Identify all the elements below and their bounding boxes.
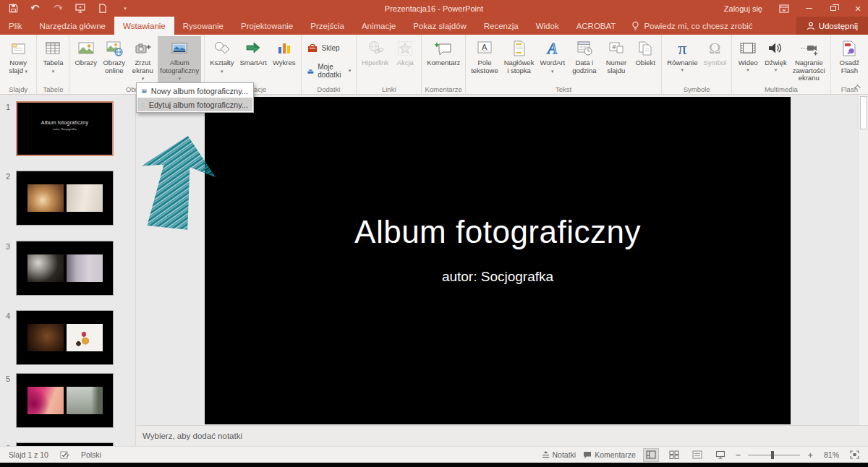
notes-pane[interactable]: Wybierz, aby dodać notatki [137, 425, 868, 446]
action-button[interactable]: Akcja [392, 36, 418, 69]
minimize-button[interactable] [799, 0, 819, 17]
tell-me-box[interactable]: Powiedz mi, co chcesz zrobić [624, 17, 760, 35]
thumbnail-slide-5-box[interactable] [16, 373, 114, 428]
online-pictures-button[interactable]: Obrazy online [101, 36, 127, 76]
comment-button[interactable]: Komentarz [425, 36, 462, 69]
reading-view-button[interactable] [689, 448, 705, 462]
photo-washed [67, 184, 103, 212]
screenshot-button[interactable]: Zrzut ekranu ▾ [129, 36, 156, 85]
zoom-slider-thumb[interactable] [771, 451, 774, 459]
current-slide[interactable]: Album fotograficzny autor: Socjografka [205, 97, 791, 424]
date-time-button[interactable]: Data i godzina [569, 36, 600, 76]
thumbnail-slide-1-box[interactable]: Album fotograficzny autor: Socjografka [16, 101, 114, 156]
hyperlink-button[interactable]: Hiperlink [359, 36, 391, 69]
group-slajdy: Nowy slajd ▾ Slajdy [0, 35, 37, 94]
thumbnail-slide-2-box[interactable] [16, 171, 114, 226]
customize-qat-caret-icon[interactable]: ▾ [119, 3, 131, 14]
video-button[interactable]: Wideo ▾ [735, 36, 761, 74]
normal-view-button[interactable] [643, 448, 659, 462]
store-button[interactable]: Sklep [304, 40, 354, 55]
my-addins-button[interactable]: Moje dodatki ▾ [304, 61, 354, 80]
comments-toggle[interactable]: Komentarze [583, 450, 636, 459]
svg-text:A: A [482, 43, 488, 51]
tab-narzedzia-glowne[interactable]: Narzędzia główne [31, 17, 114, 35]
redo-icon[interactable] [52, 3, 64, 14]
photo-album-button[interactable]: Album fotograficzny ▾ [158, 36, 201, 85]
collapse-ribbon-icon[interactable] [854, 82, 864, 91]
vertical-scrollbar[interactable] [858, 95, 868, 425]
save-icon[interactable] [7, 3, 19, 14]
audio-button[interactable]: Dźwięk ▾ [762, 36, 789, 74]
spellcheck-icon[interactable] [60, 450, 69, 460]
pictures-button[interactable]: Obrazy [72, 36, 99, 69]
notes-toggle[interactable]: Notatki [542, 450, 576, 459]
photo-mist [67, 254, 103, 282]
smartart-icon [242, 38, 264, 59]
thumbnail-slide-3-box[interactable] [16, 241, 114, 296]
tab-przejscia[interactable]: Przejścia [302, 17, 353, 35]
zoom-percentage[interactable]: 81% [820, 450, 839, 459]
ribbon-display-options-icon[interactable] [774, 0, 794, 17]
wordart-button[interactable]: A WordArt ▾ [537, 36, 567, 77]
smartart-button[interactable]: SmartArt [237, 36, 268, 69]
group-multimedia: Wideo ▾ Dźwięk ▾ Nagranie zawartości ekr… [732, 35, 831, 94]
svg-text:#: # [612, 43, 616, 51]
embed-flash-button[interactable]: Osadź Flash [834, 36, 865, 76]
tab-wstawianie[interactable]: Wstawianie [114, 17, 174, 35]
object-button[interactable]: Obiekt [632, 36, 658, 69]
shapes-button[interactable]: Kształty ▾ [208, 36, 236, 77]
slideshow-view-button[interactable] [712, 448, 728, 462]
new-slide-button[interactable]: Nowy slajd ▾ [3, 36, 33, 77]
tab-rysowanie[interactable]: Rysowanie [174, 17, 232, 35]
tab-pokaz-slajdow[interactable]: Pokaz slajdów [404, 17, 475, 35]
slide-subtitle-text[interactable]: autor: Socjografka [442, 269, 553, 285]
zoom-out-button[interactable]: − [736, 450, 741, 460]
start-slideshow-icon[interactable] [75, 3, 86, 14]
tab-widok[interactable]: Widok [527, 17, 568, 35]
header-footer-button[interactable]: Nagłówek i stopka [502, 36, 537, 76]
table-button[interactable]: Tabela ▾ [40, 36, 66, 77]
scrollbar-thumb[interactable] [860, 96, 867, 129]
photo-food [67, 324, 103, 351]
thumbnail-slide-4-box[interactable] [16, 310, 114, 365]
object-icon [634, 38, 656, 59]
photo-album-dropdown-menu: Nowy album fotograficzny... Edytuj album… [136, 82, 254, 113]
hyperlink-icon [365, 38, 386, 59]
symbol-button[interactable]: Ω Symbol [701, 36, 728, 69]
textbox-button[interactable]: A Pole tekstowe [469, 36, 501, 76]
share-button[interactable]: Udostępnij [796, 17, 868, 35]
tab-plik[interactable]: Plik [0, 17, 31, 35]
slide-sorter-view-button[interactable] [666, 448, 682, 462]
zoom-in-button[interactable]: + [807, 450, 813, 460]
zoom-slider[interactable] [748, 455, 800, 455]
slide-number-icon: # [605, 38, 627, 59]
slide-counter: Slajd 1 z 10 [9, 450, 48, 459]
fit-slide-to-window-button[interactable] [846, 448, 862, 462]
group-linki: Hiperlink Akcja Linki [357, 35, 422, 94]
equation-button[interactable]: π Równanie ▾ [665, 36, 699, 74]
close-button[interactable]: × [848, 0, 868, 17]
picture-icon [75, 38, 97, 59]
sign-in-link[interactable]: Zaloguj się [724, 4, 762, 13]
group-symbole: π Równanie ▾ Ω Symbol Symbole [662, 35, 732, 94]
language-indicator[interactable]: Polski [81, 450, 101, 459]
wordart-icon: A [542, 38, 563, 59]
restore-button[interactable] [823, 0, 843, 17]
chart-button[interactable]: Wykres [271, 36, 298, 69]
new-document-icon[interactable] [97, 3, 109, 14]
menu-item-edit-photo-album[interactable]: Edytuj album fotograficzny... [137, 98, 252, 111]
photo-portrait [27, 254, 64, 282]
tab-animacje[interactable]: Animacje [353, 17, 404, 35]
tab-recenzja[interactable]: Recenzja [475, 17, 527, 35]
slide-title-text[interactable]: Album fotograficzny [354, 214, 641, 250]
screen-recording-button[interactable]: Nagranie zawartości ekranu [791, 36, 827, 84]
undo-icon[interactable] [30, 3, 41, 14]
action-star-icon [394, 38, 416, 59]
notes-icon [542, 451, 550, 458]
slide-canvas: Album fotograficzny autor: Socjografka [137, 95, 868, 425]
menu-item-new-photo-album[interactable]: Nowy album fotograficzny... [137, 84, 252, 98]
tab-projektowanie[interactable]: Projektowanie [232, 17, 302, 35]
tab-acrobat[interactable]: ACROBAT [568, 17, 625, 35]
slide-number-button[interactable]: # Numer slajdu [602, 36, 631, 76]
group-tekst: A Pole tekstowe Nagłówek i stopka A Word… [466, 35, 662, 94]
